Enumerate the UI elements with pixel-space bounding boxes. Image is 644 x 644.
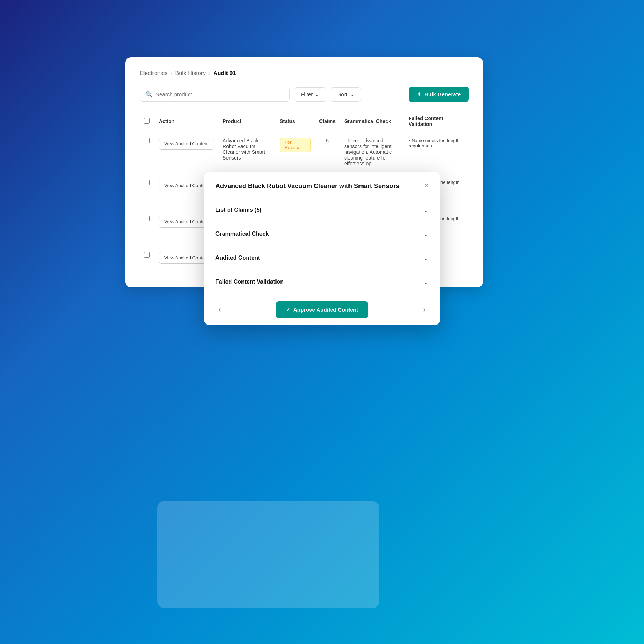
search-icon: 🔍: [146, 91, 153, 98]
sort-label: Sort: [337, 91, 347, 97]
approve-button[interactable]: ✓ Approve Audited Content: [276, 301, 368, 318]
row-checkbox-2[interactable]: [144, 216, 150, 221]
bulk-generate-button[interactable]: ✦ Bulk Generate: [409, 87, 469, 102]
ghost-card: [157, 501, 379, 608]
accordion-label-1: Grammatical Check: [215, 231, 269, 237]
sparkle-icon: ✦: [417, 91, 421, 98]
row-checkbox-0[interactable]: [144, 138, 150, 143]
accordion-header-1[interactable]: Grammatical Check ⌄: [204, 222, 440, 246]
prev-button[interactable]: ‹: [214, 303, 225, 317]
status-cell-0: For Review: [275, 131, 315, 173]
search-input[interactable]: [156, 91, 284, 97]
sort-chevron-icon: ⌄: [350, 91, 354, 98]
modal-title: Advanced Black Robot Vacuum Cleaner with…: [215, 182, 424, 191]
claims-cell-0: 5: [315, 131, 340, 173]
row-checkbox-1[interactable]: [144, 180, 150, 185]
gram-cell-0: Utilizes advanced sensors for intelligen…: [340, 131, 404, 173]
filter-chevron-icon: ⌄: [315, 91, 319, 98]
chevron-down-icon-0: ⌄: [423, 206, 429, 214]
col-header-grammatical-check: Grammatical Check: [340, 112, 404, 131]
row-checkbox-3[interactable]: [144, 252, 150, 258]
col-header-claims: Claims: [315, 112, 340, 131]
bulk-generate-label: Bulk Generate: [424, 91, 461, 97]
accordion-header-3[interactable]: Failed Content Validation ⌄: [204, 270, 440, 294]
breadcrumb-sep1: ›: [170, 70, 172, 77]
col-header-failed-content-validation: Failed Content Validation: [404, 112, 469, 131]
accordion-item-1: Grammatical Check ⌄: [204, 222, 440, 246]
breadcrumb-current: Audit 01: [213, 70, 236, 77]
product-cell-0: Advanced Black Robot Vacuum Cleaner with…: [218, 131, 275, 173]
chevron-down-icon-1: ⌄: [423, 230, 429, 238]
select-all-checkbox[interactable]: [144, 118, 150, 124]
accordion-header-0[interactable]: List of Claims (5) ⌄: [204, 198, 440, 222]
modal-header: Advanced Black Robot Vacuum Cleaner with…: [204, 172, 440, 198]
fcv-cell-0: Name meets the length requiremen...: [404, 131, 469, 173]
accordion-label-0: List of Claims (5): [215, 207, 262, 213]
accordion-label-2: Audited Content: [215, 255, 260, 261]
accordion-item-0: List of Claims (5) ⌄: [204, 198, 440, 222]
view-audit-button-0[interactable]: View Audited Content: [159, 138, 214, 150]
chevron-down-icon-2: ⌄: [423, 254, 429, 262]
next-button[interactable]: ›: [419, 303, 430, 317]
modal-footer: ‹ ✓ Approve Audited Content ›: [204, 294, 440, 325]
breadcrumb: Electronics › Bulk History › Audit 01: [140, 70, 469, 77]
breadcrumb-bulk-history[interactable]: Bulk History: [175, 70, 206, 77]
accordion-header-2[interactable]: Audited Content ⌄: [204, 246, 440, 270]
product-detail-modal: Advanced Black Robot Vacuum Cleaner with…: [204, 172, 440, 325]
approve-label: Approve Audited Content: [293, 307, 358, 313]
filter-button[interactable]: Filter ⌄: [294, 87, 326, 102]
col-header-product: Product: [218, 112, 275, 131]
breadcrumb-electronics[interactable]: Electronics: [140, 70, 167, 77]
search-box: 🔍: [140, 87, 290, 102]
modal-close-button[interactable]: ×: [424, 182, 429, 189]
filter-label: Filter: [301, 91, 313, 97]
col-header-action: Action: [155, 112, 218, 131]
table-row: View Audited Content Advanced Black Robo…: [140, 131, 469, 173]
status-badge-0: For Review: [280, 138, 311, 152]
toolbar: 🔍 Filter ⌄ Sort ⌄ ✦ Bulk Generate: [140, 87, 469, 102]
breadcrumb-sep2: ›: [209, 70, 210, 77]
chevron-down-icon-3: ⌄: [423, 278, 429, 286]
accordion-label-3: Failed Content Validation: [215, 279, 284, 285]
accordion-sections: List of Claims (5) ⌄ Grammatical Check ⌄…: [204, 198, 440, 294]
col-header-status: Status: [275, 112, 315, 131]
sort-button[interactable]: Sort ⌄: [331, 87, 361, 102]
check-icon: ✓: [286, 306, 291, 313]
accordion-item-2: Audited Content ⌄: [204, 246, 440, 270]
accordion-item-3: Failed Content Validation ⌄: [204, 270, 440, 294]
